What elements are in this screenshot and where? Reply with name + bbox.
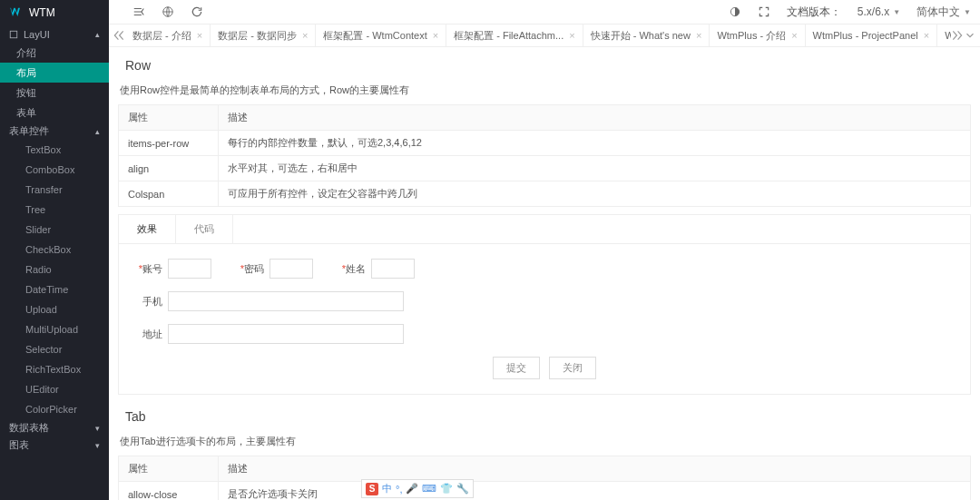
- ime-toolbar: S 中 °, 🎤 ⌨ 👕 🔧: [361, 479, 474, 498]
- doc-tab[interactable]: 快速开始 - What's new×: [583, 25, 710, 47]
- sidebar-subitem[interactable]: Upload: [0, 299, 109, 319]
- tab-close-icon[interactable]: ×: [433, 30, 438, 41]
- table-row: Colspan可应用于所有控件，设定在父容器中跨几列: [119, 181, 971, 207]
- sidebar-subitem[interactable]: UEditor: [0, 379, 109, 399]
- sidebar-subitem[interactable]: TextBox: [0, 140, 109, 160]
- tabs-prev-icon[interactable]: [113, 29, 125, 42]
- sidebar-item[interactable]: 按钮: [0, 83, 109, 103]
- chevron-up-icon: ▴: [95, 30, 100, 39]
- label-phone: 手机: [137, 295, 162, 309]
- submit-button[interactable]: 提交: [493, 357, 540, 379]
- brand-text: WTM: [29, 6, 55, 19]
- sidebar-subitem[interactable]: RichTextBox: [0, 359, 109, 379]
- input-account[interactable]: [168, 259, 211, 279]
- ime-settings-icon[interactable]: 👕: [440, 483, 453, 495]
- ime-punct-icon[interactable]: °,: [396, 484, 402, 495]
- doc-tab[interactable]: WtmPlus - 介绍×: [710, 25, 805, 47]
- section-row-title: Row: [118, 47, 971, 80]
- section-tab-desc: 使用Tab进行选项卡的布局，主要属性有: [118, 431, 971, 456]
- table-row: align水平对其，可选左，右和居中: [119, 156, 971, 181]
- sidebar-group[interactable]: 数据表格▾: [0, 419, 109, 436]
- doc-tab[interactable]: 框架配置 - WtmContext×: [316, 25, 446, 47]
- triangle-down-icon: ▼: [893, 8, 900, 16]
- language-selector[interactable]: 简体中文▼: [916, 5, 971, 20]
- brand-logo: WTM: [0, 0, 109, 25]
- table-row: items-per-row每行的内部控件数量，默认，可选2,3,4,6,12: [119, 131, 971, 156]
- input-name[interactable]: [371, 259, 415, 279]
- svg-rect-0: [10, 31, 17, 38]
- doc-tab[interactable]: WtmPlus - Model×: [937, 25, 951, 47]
- ime-keyboard-icon[interactable]: ⌨: [422, 483, 436, 495]
- sidebar-item[interactable]: 介绍: [0, 43, 109, 63]
- label-account: *账号: [137, 262, 162, 276]
- input-password[interactable]: [270, 259, 313, 279]
- section-row-desc: 使用Row控件是最简单的控制表单布局的方式，Row的主要属性有: [118, 80, 971, 104]
- label-address: 地址: [137, 328, 162, 341]
- doc-tab[interactable]: WtmPlus - ProjectPanel×: [806, 25, 938, 47]
- sidebar-subitem[interactable]: ColorPicker: [0, 399, 109, 419]
- input-address[interactable]: [168, 324, 404, 344]
- row-props-table: 属性描述 items-per-row每行的内部控件数量，默认，可选2,3,4,6…: [118, 104, 971, 207]
- globe-icon[interactable]: [162, 5, 174, 18]
- close-button[interactable]: 关闭: [549, 357, 596, 379]
- sidebar-subitem[interactable]: CheckBox: [0, 240, 109, 260]
- layui-icon: [9, 30, 18, 39]
- sidebar-subitem[interactable]: Tree: [0, 200, 109, 220]
- tab-close-icon[interactable]: ×: [791, 30, 797, 41]
- input-phone[interactable]: [168, 291, 404, 311]
- fullscreen-icon[interactable]: [758, 5, 770, 18]
- sidebar-subitem[interactable]: Slider: [0, 220, 109, 240]
- menu-collapse-icon[interactable]: [132, 5, 145, 18]
- tab-close-icon[interactable]: ×: [302, 30, 308, 41]
- sidebar-group-form-controls[interactable]: 表单控件 ▴: [0, 123, 109, 140]
- sidebar-group-layui[interactable]: LayUI ▴: [0, 25, 109, 43]
- ime-mic-icon[interactable]: 🎤: [406, 483, 418, 495]
- label-name: *姓名: [340, 262, 366, 276]
- version-label: 文档版本：: [787, 5, 841, 20]
- section-tab-title: Tab: [118, 398, 971, 431]
- sidebar-item[interactable]: 表单: [0, 103, 109, 123]
- demo-tab-effect[interactable]: 效果: [119, 215, 176, 243]
- chevron-up-icon: ▴: [95, 127, 100, 136]
- sidebar-subitem[interactable]: DateTime: [0, 279, 109, 299]
- tabs-dropdown-icon[interactable]: [964, 29, 976, 42]
- sidebar-subitem[interactable]: ComboBox: [0, 160, 109, 180]
- wtm-icon: [9, 5, 24, 20]
- refresh-icon[interactable]: [191, 5, 203, 18]
- theme-icon[interactable]: [729, 5, 741, 18]
- tab-close-icon[interactable]: ×: [569, 30, 574, 41]
- sidebar-subitem[interactable]: Selector: [0, 339, 109, 359]
- table-row: allow-close是否允许选项卡关闭: [119, 482, 971, 501]
- sidebar-subitem[interactable]: Radio: [0, 260, 109, 279]
- tab-close-icon[interactable]: ×: [696, 30, 701, 41]
- demo-tab-code[interactable]: 代码: [176, 215, 233, 243]
- doc-tab[interactable]: 数据层 - 介绍×: [125, 25, 211, 47]
- label-password: *密码: [239, 262, 264, 276]
- tab-close-icon[interactable]: ×: [924, 30, 929, 41]
- tab-props-table: 属性描述 allow-close是否允许选项卡关闭selected-index默…: [118, 456, 971, 500]
- triangle-down-icon: ▼: [964, 8, 971, 16]
- sidebar-group[interactable]: 图表▾: [0, 436, 109, 454]
- ime-badge-icon: S: [366, 483, 378, 495]
- tabs-next-icon[interactable]: [951, 29, 964, 42]
- doc-tab[interactable]: 框架配置 - FileAttachm...×: [446, 25, 583, 47]
- sidebar-subitem[interactable]: MultiUpload: [0, 319, 109, 339]
- sidebar-item[interactable]: 布局: [0, 63, 109, 83]
- doc-tab[interactable]: 数据层 - 数据同步×: [211, 25, 316, 47]
- tab-close-icon[interactable]: ×: [197, 30, 202, 41]
- sidebar-subitem[interactable]: Transfer: [0, 180, 109, 200]
- version-selector[interactable]: 5.x/6.x▼: [858, 5, 900, 18]
- ime-tool-icon[interactable]: 🔧: [456, 483, 469, 495]
